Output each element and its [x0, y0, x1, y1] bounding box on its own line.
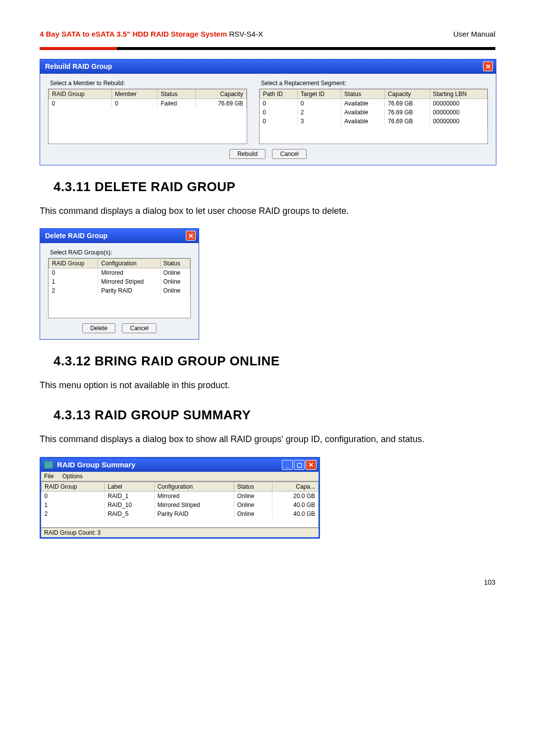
section-heading: 4.3.11 DELETE RAID GROUP	[54, 179, 495, 195]
page-number: 103	[40, 578, 495, 586]
maximize-icon[interactable]: ▢	[294, 460, 305, 470]
rebuild-right-label: Select a Replacement Segment:	[261, 80, 488, 87]
delete-titlebar: Delete RAID Group ✕	[40, 229, 199, 243]
rebuild-left-list[interactable]: RAID Group Member Status Capacity 0 0 Fa…	[48, 89, 247, 144]
delete-list[interactable]: RAID Group Configuration Status 0Mirrore…	[48, 258, 191, 318]
col-header[interactable]: Status	[341, 90, 384, 99]
table-row[interactable]: 1Mirrored StripedOnline	[49, 277, 190, 286]
header-rule	[40, 47, 495, 50]
section-text: This command displays a dialog box to sh…	[40, 431, 495, 448]
doc-header: 4 Bay SATA to eSATA 3.5" HDD RAID Storag…	[40, 30, 495, 38]
table-row[interactable]: 2RAID_5Parity RAIDOnline40.0 GB	[42, 509, 319, 518]
table-row[interactable]: 03Available76.69 GB00000000	[260, 117, 487, 126]
rebuild-right-list[interactable]: Path ID Target ID Status Capacity Starti…	[259, 89, 488, 144]
menu-options[interactable]: Options	[62, 473, 83, 480]
close-icon[interactable]: ✕	[306, 460, 317, 470]
col-header[interactable]: Member	[111, 90, 157, 99]
col-header[interactable]: Path ID	[260, 90, 297, 99]
close-icon[interactable]: ✕	[186, 231, 196, 241]
delete-window: Delete RAID Group ✕ Select RAID Groups(s…	[40, 228, 199, 340]
delete-label: Select RAID Groups(s):	[50, 249, 191, 256]
col-header[interactable]: Status	[158, 90, 195, 99]
summary-titlebar: RAID Group Summary _ ▢ ✕	[41, 458, 319, 472]
col-header[interactable]: RAID Group	[49, 90, 112, 99]
col-header[interactable]: Status	[234, 482, 272, 491]
section-heading: 4.3.13 RAID GROUP SUMMARY	[54, 407, 495, 423]
col-header[interactable]: Target ID	[297, 90, 341, 99]
col-header[interactable]: Configuration	[98, 259, 160, 268]
close-icon[interactable]: ✕	[483, 61, 493, 71]
cancel-button[interactable]: Cancel	[122, 323, 156, 333]
doc-title-bold: 4 Bay SATA to eSATA 3.5" HDD RAID Storag…	[40, 30, 227, 38]
summary-title: RAID Group Summary	[57, 460, 135, 469]
rebuild-titlebar: Rebuild RAID Group ✕	[40, 59, 496, 74]
col-header[interactable]: Capacity	[384, 90, 429, 99]
col-header[interactable]: Label	[105, 482, 154, 491]
cancel-button[interactable]: Cancel	[272, 149, 306, 159]
col-header[interactable]: Status	[160, 259, 190, 268]
summary-statusbar: RAID Group Count: 3	[41, 528, 319, 537]
menu-file[interactable]: File	[44, 473, 54, 480]
summary-list[interactable]: RAID Group Label Configuration Status Ca…	[41, 481, 319, 528]
col-header[interactable]: RAID Group	[49, 259, 98, 268]
delete-title: Delete RAID Group	[45, 232, 107, 240]
doc-header-left: 4 Bay SATA to eSATA 3.5" HDD RAID Storag…	[40, 30, 263, 38]
rebuild-left-label: Select a Member to Rebuild:	[50, 80, 247, 87]
table-row[interactable]: 0RAID_1MirroredOnline20.0 GB	[42, 491, 319, 501]
col-header[interactable]: Starting LBN	[430, 90, 487, 99]
table-row[interactable]: 02Available76.69 GB00000000	[260, 108, 487, 117]
section-text: This command displays a dialog box to le…	[40, 202, 495, 219]
section-text: This menu option is not available in thi…	[40, 377, 495, 394]
app-icon	[44, 461, 53, 469]
col-header[interactable]: Capa...	[272, 482, 319, 491]
col-header[interactable]: RAID Group	[42, 482, 105, 491]
rebuild-window: Rebuild RAID Group ✕ Select a Member to …	[40, 59, 496, 165]
table-row[interactable]: 1RAID_10Mirrored StripedOnline40.0 GB	[42, 501, 319, 509]
rebuild-title: Rebuild RAID Group	[45, 62, 112, 70]
col-header[interactable]: Configuration	[154, 482, 234, 491]
minimize-icon[interactable]: _	[282, 460, 293, 470]
table-row[interactable]: 00Available76.69 GB00000000	[260, 99, 487, 108]
menubar: File Options	[41, 472, 319, 481]
doc-header-right: User Manual	[453, 30, 495, 38]
col-header[interactable]: Capacity	[195, 90, 246, 99]
delete-button[interactable]: Delete	[82, 323, 115, 333]
table-row[interactable]: 0 0 Failed 76.69 GB	[49, 99, 247, 108]
table-row[interactable]: 0MirroredOnline	[49, 268, 190, 278]
rebuild-button[interactable]: Rebuild	[229, 149, 266, 159]
section-heading: 4.3.12 BRING RAID GROUP ONLINE	[54, 353, 495, 369]
table-row[interactable]: 2Parity RAIDOnline	[49, 286, 190, 295]
summary-window: RAID Group Summary _ ▢ ✕ File Options RA…	[40, 457, 320, 539]
doc-title-tail: RSV-S4-X	[227, 30, 263, 38]
